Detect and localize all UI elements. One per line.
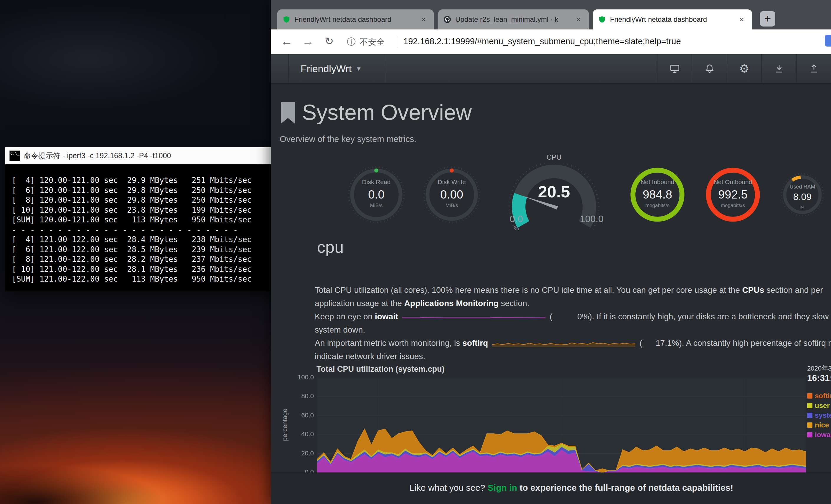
legend-label: user: [815, 402, 830, 410]
softirq-sparkline: [491, 340, 636, 348]
tab-close-icon[interactable]: ×: [419, 14, 428, 25]
chart-plot-area[interactable]: [317, 378, 806, 473]
gauge-unit: MiB/s: [347, 203, 405, 209]
legend-item[interactable]: nice: [807, 421, 831, 428]
cpu-section-heading: cpu: [317, 237, 344, 257]
legend-label: softirq: [815, 392, 831, 400]
gauge-label: CPU: [498, 153, 610, 161]
signin-link[interactable]: Sign in: [488, 483, 517, 493]
gauge-unit: %: [514, 225, 519, 232]
text-run: An important metric worth monitoring, is: [315, 338, 462, 348]
legend-item[interactable]: system: [807, 412, 831, 419]
cpu-gauge-dial: 20.5 0.0 100.0 %: [498, 162, 610, 239]
alarms-button[interactable]: [692, 54, 727, 83]
y-axis-tick: 100.0: [284, 374, 314, 381]
print-dashboard-button[interactable]: [657, 54, 692, 83]
iowait-value: 0: [552, 310, 582, 323]
softirq-value: 17.1: [642, 336, 672, 350]
legend-item[interactable]: iowait: [807, 431, 831, 438]
legend-swatch: [807, 422, 812, 428]
y-axis-tick: 80.0: [284, 392, 314, 400]
page-title: System Overview: [302, 98, 472, 127]
legend-swatch: [807, 393, 812, 398]
tab-title: Update r2s_lean_minimal.yml · k: [455, 15, 569, 24]
site-info-icon[interactable]: ⓘ: [347, 36, 356, 48]
net-outbound-gauge[interactable]: Net Outbound 992.5 megabits/s: [704, 166, 762, 224]
import-snapshot-button[interactable]: [762, 54, 796, 83]
page-subtitle: Overview of the key system metrics.: [280, 134, 417, 144]
text-run: section and per: [764, 286, 823, 295]
netdata-page: FriendlyWrt ▾ ⚙: [271, 54, 831, 504]
tab-netdata-1[interactable]: FriendlyWrt netdata dashboard ×: [277, 9, 434, 29]
legend-label: system: [815, 411, 831, 419]
cpu-gauge[interactable]: CPU 20.5 0.0 100.0 %: [498, 151, 610, 248]
extension-icon[interactable]: [825, 35, 831, 47]
legend-item[interactable]: user: [807, 402, 831, 409]
y-axis-tick: 40.0: [284, 431, 314, 438]
legend-label: iowait: [815, 431, 831, 439]
y-axis-tick: 60.0: [284, 412, 314, 419]
tab-strip: FriendlyWrt netdata dashboard × Update r…: [271, 0, 831, 29]
settings-button[interactable]: ⚙: [727, 54, 762, 83]
description-line: Total CPU utilization (all cores). 100% …: [315, 284, 831, 297]
text-run: to experience the full-range of netdata …: [517, 483, 734, 493]
tab-close-icon[interactable]: ×: [573, 14, 583, 25]
signin-banner: Like what you see? Sign in to experience…: [271, 473, 831, 504]
security-chip[interactable]: 不安全: [360, 36, 384, 48]
back-button[interactable]: ←: [279, 32, 295, 50]
section-header: System Overview: [271, 98, 831, 127]
gauge-value: 20.5: [538, 182, 570, 201]
terminal-window: C:\_ 命令提示符 - iperf3 -c 192.168.1.2 -P4 -…: [5, 147, 288, 291]
brand-label: FriendlyWrt: [300, 63, 351, 75]
new-tab-button[interactable]: +: [760, 11, 775, 27]
gauge-value: 0.0: [347, 188, 405, 201]
gauge-label: Net Outbound: [704, 178, 762, 185]
tab-title: FriendlyWrt netdata dashboard: [294, 15, 414, 24]
description-line: Keep an eye on iowait(0%). If it is cons…: [315, 310, 831, 323]
monitor-icon: [669, 63, 681, 74]
reload-button[interactable]: ↻: [321, 32, 337, 50]
omnibox-separator: [397, 36, 397, 48]
gauge-unit: %: [780, 205, 825, 210]
softirq-label: softirq: [462, 338, 488, 348]
legend-swatch: [807, 413, 812, 418]
gauge-label: Disk Read: [347, 178, 405, 185]
cpu-utilization-chart[interactable]: Total CPU utilization (system.cpu) 2020年…: [271, 360, 831, 473]
cpus-link[interactable]: CPUs: [742, 286, 765, 295]
legend-item[interactable]: softirq: [807, 392, 831, 399]
github-favicon: [443, 16, 451, 23]
terminal-title: 命令提示符 - iperf3 -c 192.168.1.2 -P4 -t1000: [24, 151, 171, 160]
disk-write-gauge[interactable]: Disk Write 0.00 MiB/s: [423, 166, 481, 224]
signin-message: Like what you see? Sign in to experience…: [271, 473, 831, 504]
netdata-favicon: [283, 16, 290, 23]
desktop: C:\_ 命令提示符 - iperf3 -c 192.168.1.2 -P4 -…: [0, 0, 831, 504]
tab-close-icon[interactable]: ×: [737, 14, 747, 25]
net-inbound-gauge[interactable]: Net Inbound 984.8 megabits/s: [628, 166, 687, 224]
legend-label: nice: [815, 421, 829, 429]
applications-monitoring-link[interactable]: Applications Monitoring: [404, 299, 498, 308]
address-bar[interactable]: 192.168.2.1:19999/#menu_system_submenu_c…: [403, 36, 681, 46]
chart-title: Total CPU utilization (system.cpu): [316, 365, 445, 374]
text-run: section.: [498, 299, 529, 308]
bookmark-icon: [280, 102, 296, 124]
terminal-output-area: [ 4] 120.00-121.00 sec 29.9 MBytes 251 M…: [5, 165, 288, 291]
tab-title: FriendlyWrt netdata dashboard: [610, 15, 733, 24]
legend-swatch: [807, 432, 812, 438]
netdata-brand-dropdown[interactable]: FriendlyWrt ▾: [288, 54, 386, 83]
text-run: Keep an eye on: [315, 312, 375, 321]
text-run: Like what you see?: [410, 483, 488, 493]
export-snapshot-button[interactable]: [796, 54, 831, 83]
gauge-start-dot: [450, 169, 454, 173]
tab-netdata-active[interactable]: FriendlyWrt netdata dashboard ×: [593, 9, 752, 29]
cmd-icon: C:\_: [9, 150, 20, 161]
disk-read-gauge[interactable]: Disk Read 0.0 MiB/s: [347, 166, 405, 224]
description-line: An important metric worth monitoring, is…: [315, 336, 831, 350]
description-line: application usage at the Applications Mo…: [315, 297, 831, 310]
used-ram-gauge[interactable]: Used RAM 8.09 %: [780, 173, 825, 217]
forward-button[interactable]: →: [300, 32, 316, 50]
terminal-titlebar[interactable]: C:\_ 命令提示符 - iperf3 -c 192.168.1.2 -P4 -…: [5, 147, 288, 165]
tab-github[interactable]: Update r2s_lean_minimal.yml · k ×: [438, 9, 589, 29]
text-run: %). A constantly high percentage of soft…: [672, 338, 831, 348]
gauge-value: 992.5: [704, 188, 762, 201]
chevron-down-icon: ▾: [357, 64, 361, 73]
